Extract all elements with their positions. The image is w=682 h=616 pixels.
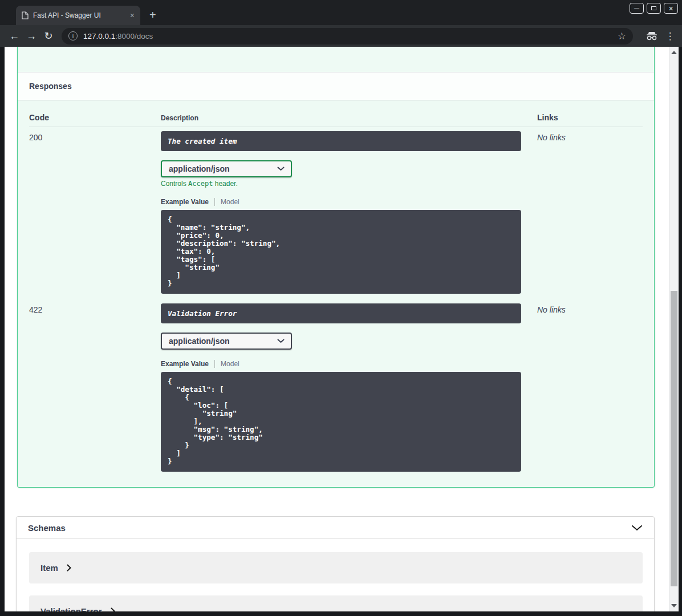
- browser-chrome: Fast API - Swagger UI × + — × ← → ↻ i 12…: [0, 0, 682, 47]
- chevron-right-icon: [111, 607, 115, 611]
- schemas-header[interactable]: Schemas: [17, 517, 654, 539]
- response-code: 422: [29, 303, 161, 472]
- url-path: :8000/docs: [115, 32, 153, 40]
- schema-name: ValidationError: [40, 606, 102, 611]
- minimize-button[interactable]: —: [630, 3, 644, 14]
- scroll-down-arrow-icon[interactable]: [671, 604, 677, 607]
- chevron-right-icon: [67, 564, 71, 572]
- browser-toolbar: ← → ↻ i 127.0.0.1:8000/docs ☆ ⋮: [0, 25, 682, 47]
- example-model-tabs: Example Value Model: [161, 197, 537, 207]
- operation-panel: Responses Code Description Links 200 The…: [17, 47, 655, 488]
- accept-note-code: Accept: [188, 180, 213, 188]
- response-description-cell: The created item application/json Contro…: [161, 131, 537, 294]
- window-controls: — ×: [630, 3, 678, 14]
- responses-table: Code Description Links 200 The created i…: [29, 100, 643, 477]
- maximize-button[interactable]: [647, 3, 661, 14]
- example-model-tabs: Example Value Model: [161, 359, 537, 369]
- response-links: No links: [537, 303, 644, 472]
- responses-table-header: Code Description Links: [29, 100, 643, 127]
- schemas-title: Schemas: [28, 523, 66, 533]
- page-content: Responses Code Description Links 200 The…: [5, 47, 679, 611]
- response-code: 200: [29, 131, 161, 294]
- schemas-body: Item ValidationError: [17, 539, 654, 611]
- close-window-button[interactable]: ×: [664, 3, 678, 14]
- tab-example-value[interactable]: Example Value: [161, 360, 209, 368]
- accept-header-note: Controls Accept header.: [161, 180, 537, 188]
- browser-tab[interactable]: Fast API - Swagger UI ×: [16, 6, 140, 25]
- response-description: The created item: [161, 131, 521, 151]
- chevron-down-icon: [277, 339, 285, 343]
- col-header-description: Description: [161, 113, 537, 122]
- tab-example-value[interactable]: Example Value: [161, 198, 209, 206]
- reload-button[interactable]: ↻: [40, 31, 57, 41]
- tab-strip: Fast API - Swagger UI × + — ×: [0, 0, 682, 25]
- example-json-block: { "name": "string", "price": 0, "descrip…: [161, 210, 521, 294]
- accept-note-suffix: header.: [213, 180, 237, 188]
- chevron-down-icon: [277, 167, 285, 171]
- media-type-select[interactable]: application/json: [161, 333, 292, 350]
- tab-title: Fast API - Swagger UI: [33, 11, 125, 19]
- tab-model[interactable]: Model: [221, 198, 239, 206]
- maximize-icon: [651, 6, 656, 10]
- accept-note-prefix: Controls: [161, 180, 188, 188]
- address-bar[interactable]: i 127.0.0.1:8000/docs ☆: [62, 28, 633, 44]
- responses-title: Responses: [29, 82, 72, 91]
- forward-button[interactable]: →: [23, 31, 40, 41]
- scroll-up-arrow-icon[interactable]: [671, 51, 677, 54]
- response-description-cell: Validation Error application/json Exampl…: [161, 303, 537, 472]
- scrollbar-thumb[interactable]: [671, 291, 677, 586]
- schemas-section: Schemas Item ValidationError: [16, 516, 655, 611]
- col-header-code: Code: [29, 113, 161, 122]
- new-tab-button[interactable]: +: [149, 9, 156, 21]
- url-text[interactable]: 127.0.0.1:8000/docs: [83, 32, 153, 40]
- responses-section-header: Responses: [18, 72, 654, 100]
- page-file-icon: [22, 11, 29, 19]
- back-button[interactable]: ←: [6, 31, 23, 41]
- media-type-select[interactable]: application/json: [161, 160, 292, 177]
- media-type-value: application/json: [169, 164, 230, 173]
- incognito-icon: [646, 31, 658, 40]
- schema-name: Item: [40, 563, 58, 573]
- response-description: Validation Error: [161, 303, 521, 323]
- media-type-value: application/json: [169, 337, 230, 346]
- chevron-down-icon[interactable]: [631, 525, 643, 531]
- tab-divider: [214, 198, 215, 206]
- response-row-422: 422 Validation Error application/json Ex…: [29, 299, 643, 477]
- bookmark-star-icon[interactable]: ☆: [618, 31, 626, 41]
- url-host: 127.0.0.1: [83, 32, 115, 40]
- tab-model[interactable]: Model: [221, 360, 239, 368]
- response-row-200: 200 The created item application/json Co…: [29, 127, 643, 299]
- response-links: No links: [537, 131, 644, 294]
- tab-divider: [214, 360, 215, 368]
- page-scrollbar[interactable]: [669, 47, 679, 611]
- schema-item[interactable]: Item: [29, 552, 643, 583]
- schema-item[interactable]: ValidationError: [29, 595, 643, 611]
- tab-close-icon[interactable]: ×: [130, 11, 135, 19]
- col-header-links: Links: [537, 113, 644, 122]
- example-json-block: { "detail": [ { "loc": [ "string" ], "ms…: [161, 372, 521, 472]
- browser-menu-icon[interactable]: ⋮: [664, 31, 676, 41]
- site-info-icon[interactable]: i: [68, 31, 78, 40]
